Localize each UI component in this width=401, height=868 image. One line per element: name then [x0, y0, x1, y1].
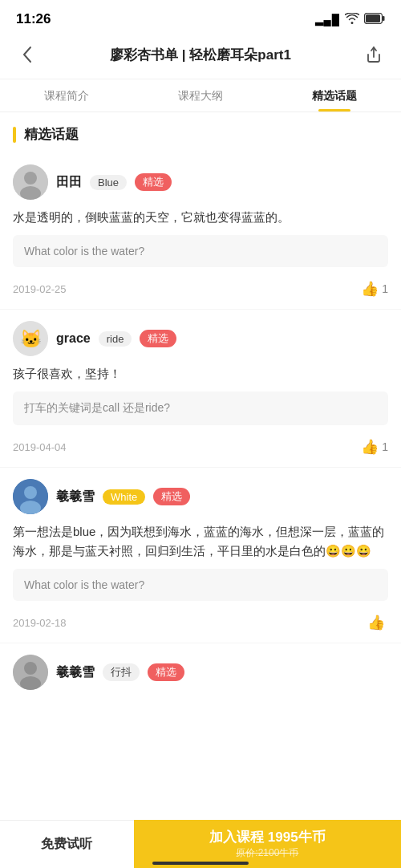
like-area[interactable]: 👍: [367, 614, 388, 631]
username: 羲羲雪: [56, 664, 95, 681]
comment-footer: 2019-02-18 👍: [13, 607, 388, 643]
username: 田田: [56, 174, 82, 191]
question-box: 打车的关键词是call 还是ride?: [13, 391, 388, 425]
like-area[interactable]: 👍 1: [361, 280, 388, 298]
comment-text: 第一想法是blue，因为联想到海水，蓝蓝的海水，但想深一层，蓝蓝的海水，那是与蓝…: [13, 522, 388, 561]
status-icons: ▂▄█: [315, 13, 385, 26]
section-title: 精选话题: [0, 112, 401, 153]
selected-badge: 精选: [148, 663, 184, 681]
trial-label: 免费试听: [41, 836, 92, 853]
selected-badge: 精选: [140, 330, 176, 347]
battery-icon: [364, 13, 385, 26]
comment-header: 田田 Blue 精选: [13, 164, 388, 200]
share-button[interactable]: [359, 40, 388, 69]
page-title: 廖彩杏书单 | 轻松磨耳朵part1: [42, 46, 359, 64]
like-area[interactable]: 👍 1: [361, 438, 388, 456]
comment-date: 2019-02-18: [13, 617, 67, 629]
like-icon: 👍: [361, 280, 379, 298]
tag-label: 行抖: [103, 663, 140, 681]
avatar: [13, 655, 48, 690]
home-indicator: [152, 862, 249, 865]
status-bar: 11:26 ▂▄█: [0, 0, 401, 34]
partial-comment-card: 羲羲雪 行抖 精选: [0, 643, 401, 690]
comment-header: 羲羲雪 White 精选: [13, 479, 388, 514]
selected-badge: 精选: [135, 173, 172, 191]
question-box: What color is the water?: [13, 569, 388, 601]
header: 廖彩杏书单 | 轻松磨耳朵part1: [0, 34, 401, 79]
original-price: 原价:2100牛币: [236, 846, 298, 860]
like-count: 1: [382, 440, 388, 453]
comment-header: 羲羲雪 行抖 精选: [13, 655, 388, 690]
tab-outline[interactable]: 课程大纲: [134, 79, 268, 112]
tag-label: White: [103, 489, 145, 505]
comment-text: 孩子很喜欢，坚持！: [13, 364, 388, 383]
tab-intro[interactable]: 课程简介: [0, 79, 134, 112]
signal-icon: ▂▄█: [315, 14, 340, 26]
join-label: 加入课程 1995牛币: [209, 828, 326, 846]
svg-text:🐱: 🐱: [20, 328, 43, 350]
like-icon: 👍: [361, 438, 379, 456]
avatar: [13, 479, 48, 514]
like-icon: 👍: [367, 614, 385, 631]
tabs: 课程简介 课程大纲 精选话题: [0, 79, 401, 112]
tag-label: Blue: [90, 175, 127, 190]
svg-point-10: [24, 486, 37, 499]
comment-card: 🐱 grace ride 精选 孩子很喜欢，坚持！ 打车的关键词是call 还是…: [0, 310, 401, 468]
status-time: 11:26: [16, 11, 51, 27]
username: grace: [56, 331, 91, 346]
tag-label: ride: [99, 331, 132, 347]
back-button[interactable]: [13, 40, 42, 69]
tab-topics[interactable]: 精选话题: [267, 79, 401, 112]
bottom-bar: 免费试听 加入课程 1995牛币 原价:2100牛币: [0, 820, 401, 868]
join-button[interactable]: 加入课程 1995牛币 原价:2100牛币: [134, 820, 401, 868]
comment-text: 水是透明的，倒映蓝蓝的天空，它就也变得蓝蓝的。: [13, 208, 388, 227]
comment-footer: 2019-04-04 👍 1: [13, 432, 388, 467]
svg-rect-2: [383, 16, 385, 21]
comment-date: 2019-04-04: [13, 441, 67, 453]
comment-header: 🐱 grace ride 精选: [13, 321, 388, 356]
like-count: 1: [382, 282, 388, 295]
comment-footer: 2019-02-25 👍 1: [13, 274, 388, 309]
comment-date: 2019-02-25: [13, 283, 67, 295]
svg-point-13: [24, 662, 37, 675]
avatar: 🐱: [13, 321, 48, 356]
svg-point-5: [24, 172, 37, 185]
comment-card: 田田 Blue 精选 水是透明的，倒映蓝蓝的天空，它就也变得蓝蓝的。 What …: [0, 153, 401, 310]
avatar: [13, 164, 48, 200]
trial-button[interactable]: 免费试听: [0, 820, 134, 868]
selected-badge: 精选: [153, 488, 190, 505]
question-box: What color is the water?: [13, 235, 388, 267]
comment-card: 羲羲雪 White 精选 第一想法是blue，因为联想到海水，蓝蓝的海水，但想深…: [0, 468, 401, 643]
svg-rect-1: [366, 14, 380, 22]
username: 羲羲雪: [56, 489, 95, 505]
wifi-icon: [345, 13, 359, 26]
